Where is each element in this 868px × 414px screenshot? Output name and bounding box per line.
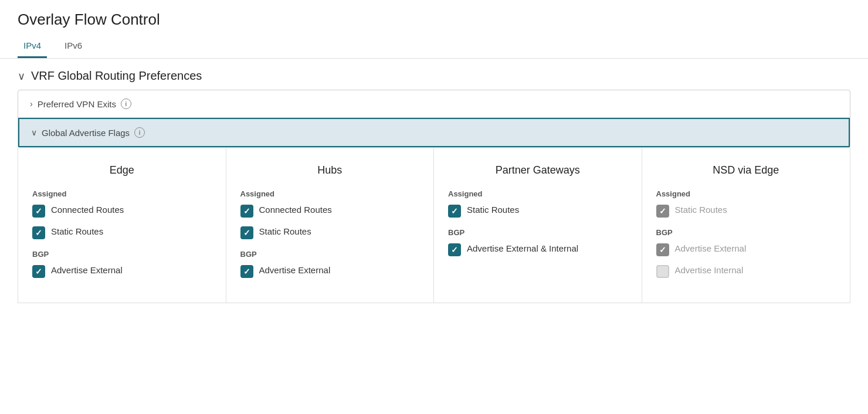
pg-advertise-external-internal-row: Advertise External & Internal xyxy=(448,243,628,256)
nsd-advertise-internal-row: Advertise Internal xyxy=(656,264,836,278)
nsd-via-edge-column: NSD via Edge Assigned Static Routes BGP … xyxy=(642,148,850,303)
page: Overlay Flow Control IPv4 IPv6 ∨ VRF Glo… xyxy=(0,0,868,414)
nsd-advertise-external-checkbox[interactable] xyxy=(656,243,669,256)
page-title: Overlay Flow Control xyxy=(0,0,868,36)
hubs-bgp-label: BGP xyxy=(240,250,420,259)
edge-static-routes-row: Static Routes xyxy=(32,226,212,239)
global-advertise-info-icon: i xyxy=(134,127,145,138)
hubs-static-routes-checkbox[interactable] xyxy=(240,226,253,239)
nsd-bgp-label: BGP xyxy=(656,228,836,237)
hubs-connected-routes-label: Connected Routes xyxy=(259,204,332,216)
global-advertise-flags-label: Global Advertise Flags xyxy=(42,128,130,138)
hubs-column: Hubs Assigned Connected Routes Static Ro… xyxy=(226,148,435,303)
nsd-static-routes-label: Static Routes xyxy=(675,204,727,216)
pg-advertise-external-internal-checkbox[interactable] xyxy=(448,243,461,256)
partner-gateways-column: Partner Gateways Assigned Static Routes … xyxy=(434,148,642,303)
pg-static-routes-row: Static Routes xyxy=(448,204,628,218)
section-title: VRF Global Routing Preferences xyxy=(31,69,202,83)
hubs-connected-routes-row: Connected Routes xyxy=(240,204,420,218)
edge-column: Edge Assigned Connected Routes Static Ro… xyxy=(18,148,226,303)
section-chevron-down[interactable]: ∨ xyxy=(18,70,25,83)
pg-static-routes-label: Static Routes xyxy=(467,204,519,216)
hubs-advertise-external-label: Advertise External xyxy=(259,264,331,276)
edge-assigned-label: Assigned xyxy=(32,189,212,198)
pg-static-routes-checkbox[interactable] xyxy=(448,205,461,218)
hubs-advertise-external-row: Advertise External xyxy=(240,264,420,278)
nsd-advertise-internal-checkbox[interactable] xyxy=(656,265,669,278)
section-box: › Preferred VPN Exits i ∨ Global Adverti… xyxy=(18,90,850,148)
edge-connected-routes-label: Connected Routes xyxy=(51,204,124,216)
nsd-assigned-label: Assigned xyxy=(656,189,836,198)
nsd-advertise-internal-label: Advertise Internal xyxy=(675,264,744,276)
global-advertise-chevron-down: ∨ xyxy=(31,128,37,137)
edge-advertise-external-label: Advertise External xyxy=(51,264,123,276)
preferred-vpn-exits-label: Preferred VPN Exits xyxy=(38,99,116,109)
preferred-vpn-chevron-right: › xyxy=(30,99,33,108)
hubs-connected-routes-checkbox[interactable] xyxy=(240,205,253,218)
columns-area: Edge Assigned Connected Routes Static Ro… xyxy=(18,148,850,303)
global-advertise-flags-row[interactable]: ∨ Global Advertise Flags i xyxy=(18,118,850,147)
edge-connected-routes-row: Connected Routes xyxy=(32,204,212,218)
hubs-assigned-label: Assigned xyxy=(240,189,420,198)
hubs-column-title: Hubs xyxy=(240,164,420,177)
partner-gateways-column-title: Partner Gateways xyxy=(448,164,628,177)
edge-static-routes-label: Static Routes xyxy=(51,226,103,237)
nsd-advertise-external-label: Advertise External xyxy=(675,243,747,254)
pg-advertise-external-internal-label: Advertise External & Internal xyxy=(467,243,578,254)
edge-connected-routes-checkbox[interactable] xyxy=(32,205,45,218)
tab-ipv4[interactable]: IPv4 xyxy=(18,36,47,58)
pg-bgp-label: BGP xyxy=(448,228,628,237)
main-section: ∨ VRF Global Routing Preferences › Prefe… xyxy=(0,59,868,303)
nsd-static-routes-row: Static Routes xyxy=(656,204,836,218)
edge-advertise-external-checkbox[interactable] xyxy=(32,265,45,278)
section-header: ∨ VRF Global Routing Preferences xyxy=(18,69,850,83)
tabs-bar: IPv4 IPv6 xyxy=(0,36,868,59)
pg-assigned-label: Assigned xyxy=(448,189,628,198)
edge-static-routes-checkbox[interactable] xyxy=(32,226,45,239)
preferred-vpn-exits-row[interactable]: › Preferred VPN Exits i xyxy=(18,90,850,118)
preferred-vpn-info-icon: i xyxy=(121,99,131,109)
edge-column-title: Edge xyxy=(32,164,212,177)
nsd-column-title: NSD via Edge xyxy=(656,164,836,177)
nsd-advertise-external-row: Advertise External xyxy=(656,243,836,256)
edge-advertise-external-row: Advertise External xyxy=(32,264,212,278)
nsd-static-routes-checkbox[interactable] xyxy=(656,205,669,218)
hubs-static-routes-row: Static Routes xyxy=(240,226,420,239)
hubs-static-routes-label: Static Routes xyxy=(259,226,311,237)
tab-ipv6[interactable]: IPv6 xyxy=(59,36,88,58)
edge-bgp-label: BGP xyxy=(32,250,212,259)
hubs-advertise-external-checkbox[interactable] xyxy=(240,265,253,278)
